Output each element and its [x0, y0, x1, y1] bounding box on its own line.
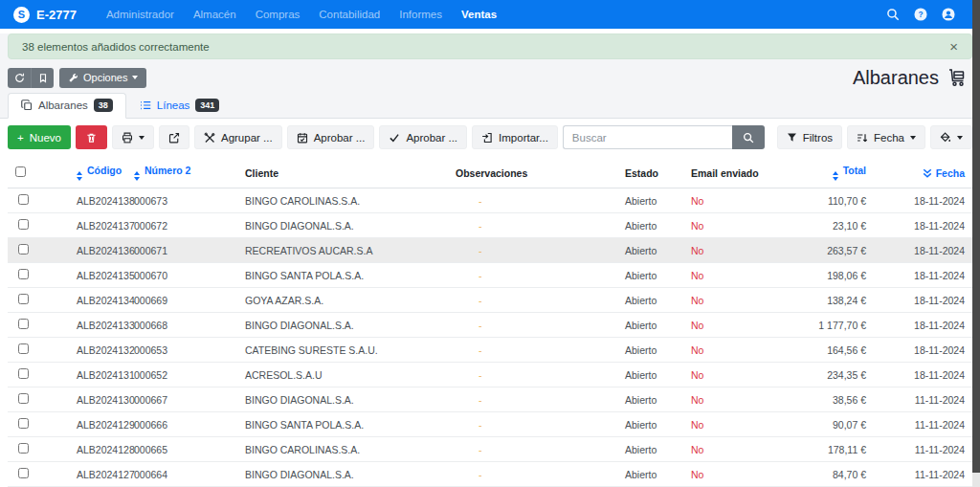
row-checkbox[interactable]	[18, 219, 29, 230]
new-button[interactable]: + Nuevo	[8, 125, 71, 149]
cell-email-enviado: No	[683, 288, 766, 313]
observaciones-dash: -	[479, 295, 482, 306]
filters-button[interactable]: Filtros	[777, 125, 842, 149]
search-button[interactable]	[732, 125, 765, 149]
cell-codigo: ALB2024133	[69, 313, 126, 338]
table-row[interactable]: ALB2024137 000672 BINGO DIAGONAL.S.A. - …	[8, 213, 972, 238]
tab-bar: Albaranes 38 Líneas 341	[0, 93, 980, 119]
cell-numero: 000671	[126, 238, 237, 263]
nav-item[interactable]: Compras	[247, 5, 309, 24]
refresh-button[interactable]	[8, 68, 31, 88]
cell-observaciones: -	[448, 313, 617, 338]
chevron-down-icon	[139, 136, 145, 140]
column-header-email-enviado[interactable]: Email enviado	[683, 158, 766, 188]
table-row[interactable]: ALB2024129 000666 BINGO SANTA POLA.S.A. …	[8, 412, 972, 437]
svg-text:?: ?	[918, 10, 923, 19]
nav-item[interactable]: Informes	[390, 5, 451, 24]
check-icon	[389, 132, 400, 144]
help-icon[interactable]: ?	[914, 8, 927, 21]
row-checkbox[interactable]	[18, 368, 29, 379]
cell-observaciones: -	[448, 188, 617, 213]
cell-total: 198,06 €	[766, 263, 874, 288]
cell-observaciones: -	[448, 263, 617, 288]
cell-codigo: ALB2024132	[69, 338, 126, 363]
sort-icon	[833, 171, 838, 181]
cell-codigo: ALB2024130	[69, 387, 126, 412]
table-row[interactable]: ALB2024138 000673 BINGO CAROLINAS.S.A. -…	[8, 188, 972, 213]
highlight-color-button[interactable]	[930, 125, 972, 149]
row-checkbox[interactable]	[18, 194, 29, 205]
cell-codigo: ALB2024136	[69, 238, 126, 263]
column-header-estado[interactable]: Estado	[617, 158, 683, 188]
file-import-icon	[481, 132, 493, 144]
observaciones-dash: -	[479, 320, 482, 331]
table-row[interactable]: ALB2024131 000652 ACRESOL.S.A.U - Abiert…	[8, 363, 972, 387]
vertical-scrollbar[interactable]	[972, 0, 980, 487]
brand[interactable]: S E-2777	[13, 7, 77, 23]
row-checkbox-cell	[8, 338, 69, 363]
row-checkbox[interactable]	[18, 418, 29, 429]
cell-total: 138,24 €	[766, 288, 874, 313]
row-checkbox[interactable]	[18, 244, 29, 255]
nav-item[interactable]: Contabilidad	[310, 5, 389, 24]
user-icon[interactable]	[942, 8, 955, 21]
export-button[interactable]	[159, 125, 189, 149]
search-icon	[743, 132, 754, 144]
approve-date-button[interactable]: Aprobar ...	[287, 125, 375, 149]
row-checkbox[interactable]	[18, 443, 29, 454]
search-input[interactable]	[563, 125, 732, 149]
delete-button[interactable]	[76, 125, 107, 149]
list-icon	[140, 100, 151, 111]
table-row[interactable]: ALB2024133 000668 BINGO DIAGONAL.S.A. - …	[8, 313, 972, 338]
row-checkbox[interactable]	[18, 468, 29, 478]
search-icon[interactable]	[886, 8, 900, 21]
nav-item[interactable]: Administrador	[98, 5, 183, 24]
group-button[interactable]: Agrupar ...	[194, 125, 282, 149]
cell-numero: 000672	[126, 213, 237, 238]
cell-codigo: ALB2024138	[69, 188, 126, 213]
import-button[interactable]: Importar...	[472, 125, 558, 149]
scrollbar-thumb[interactable]	[972, 0, 980, 473]
cell-email-enviado: No	[683, 462, 766, 487]
nav-item[interactable]: Ventas	[453, 5, 505, 24]
table-row[interactable]: ALB2024128 000665 BINGO CAROLINAS.S.A. -…	[8, 437, 972, 462]
print-button[interactable]	[112, 125, 154, 149]
options-button[interactable]: Opciones	[59, 68, 146, 88]
cell-fecha: 18-11-2024	[874, 313, 972, 338]
table-row[interactable]: ALB2024132 000653 CATEBING SURESTE S.A.U…	[8, 338, 972, 363]
cell-cliente: BINGO CAROLINAS.S.A.	[237, 437, 448, 462]
alert-close-icon[interactable]: ×	[949, 39, 958, 54]
cell-cliente: BINGO SANTA POLA.S.A.	[237, 263, 448, 288]
column-header-numero-2[interactable]: Número 2	[126, 158, 237, 188]
bookmark-button[interactable]	[31, 68, 54, 88]
row-checkbox-cell	[8, 263, 69, 288]
column-header-codigo[interactable]: Código	[69, 158, 126, 188]
table-row[interactable]: ALB2024127 000664 BINGO DIAGONAL.S.A. - …	[8, 462, 972, 487]
table-row[interactable]: ALB2024135 000670 BINGO SANTA POLA.S.A. …	[8, 263, 972, 288]
column-header-fecha[interactable]: Fecha	[874, 158, 972, 188]
sort-by-date-button[interactable]: Fecha	[847, 125, 925, 149]
row-checkbox[interactable]	[18, 294, 29, 304]
tab-lineas[interactable]: Líneas 341	[126, 93, 234, 119]
table-row[interactable]: ALB2024134 000669 GOYA AZAR.S.A. - Abier…	[8, 288, 972, 313]
table-row[interactable]: ALB2024136 000671 RECREATIVOS AUCAR.S.A …	[8, 238, 972, 263]
page-title-text: Albaranes	[853, 67, 939, 89]
tab-albaranes[interactable]: Albaranes 38	[8, 93, 126, 119]
column-header-observaciones[interactable]: Observaciones	[448, 158, 617, 188]
table-row[interactable]: ALB2024130 000667 BINGO DIAGONAL.S.A. - …	[8, 387, 972, 412]
printer-icon	[122, 132, 133, 144]
row-checkbox[interactable]	[18, 393, 29, 404]
row-checkbox[interactable]	[18, 269, 29, 279]
approve-button[interactable]: Aprobar ...	[379, 125, 467, 149]
column-header-total[interactable]: Total	[766, 158, 874, 188]
row-checkbox[interactable]	[18, 343, 29, 354]
cell-codigo: ALB2024134	[69, 288, 126, 313]
column-header-cliente[interactable]: Cliente	[237, 158, 448, 188]
select-all-checkbox[interactable]	[15, 166, 26, 177]
cell-email-enviado: No	[683, 387, 766, 412]
row-checkbox[interactable]	[18, 319, 29, 329]
cell-total: 263,57 €	[766, 238, 874, 263]
nav-item[interactable]: Almacén	[185, 5, 245, 24]
cell-fecha: 11-11-2024	[874, 462, 972, 487]
tools-icon	[204, 132, 215, 144]
